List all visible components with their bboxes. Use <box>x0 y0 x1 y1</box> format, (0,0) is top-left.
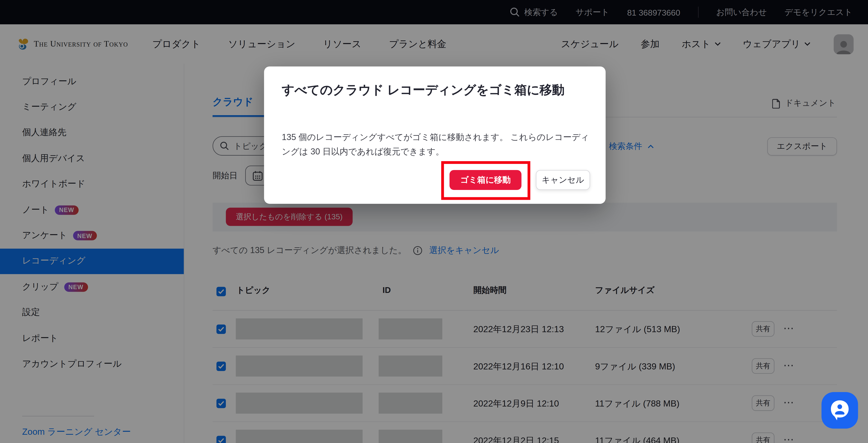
dialog-body-text: 135 個のレコーディングすべてがゴミ箱に移動されます。 これらのレコーディング… <box>282 130 589 158</box>
chat-bubble-person-icon <box>829 399 851 422</box>
move-to-trash-button[interactable]: ゴミ箱に移動 <box>450 170 522 190</box>
chat-support-fab[interactable] <box>822 392 858 429</box>
dialog-title: すべてのクラウド レコーディングをゴミ箱に移動 <box>282 81 589 99</box>
move-to-trash-dialog: すべてのクラウド レコーディングをゴミ箱に移動 135 個のレコーディングすべて… <box>264 66 606 204</box>
zoom-web-portal: 検索する サポート 81 368973660 お問い合わせ デモをリクエスト T… <box>0 0 868 443</box>
browser-viewport: 検索する サポート 81 368973660 お問い合わせ デモをリクエスト T… <box>0 0 868 443</box>
cancel-button[interactable]: キャンセル <box>536 170 590 190</box>
